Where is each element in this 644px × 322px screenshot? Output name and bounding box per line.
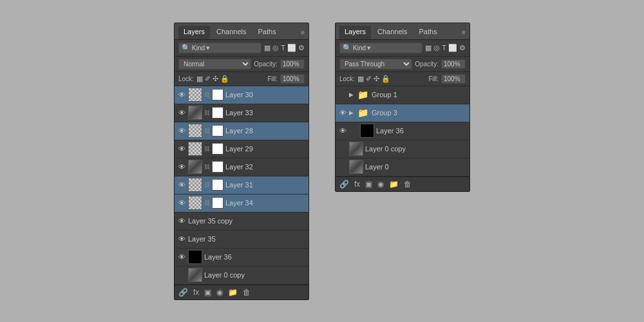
smart-icon-r[interactable]: ⚙	[459, 44, 466, 52]
left-filter-toolbar: 🔍 Kind ▾ ▦ ◎ T ⬜ ⚙	[175, 40, 308, 57]
tab-layers-left[interactable]: Layers	[178, 26, 210, 39]
adjustment-icon[interactable]: ◎	[272, 44, 279, 52]
lock-lock[interactable]: 🔒	[220, 75, 229, 83]
footer-fx-icon-r[interactable]: fx	[354, 180, 360, 189]
footer-new-group-icon[interactable]: ▣	[204, 288, 211, 297]
eye-icon[interactable]: 👁	[177, 145, 186, 153]
left-panel-tabs: Layers Channels Paths ≡	[175, 23, 308, 40]
lock-icons-left: ▦ ✐ ✣ 🔒	[196, 75, 229, 83]
footer-adjustment-icon-r[interactable]: ◉	[377, 180, 384, 189]
lock-lock-r[interactable]: 🔒	[381, 75, 390, 83]
shape-icon-r[interactable]: ⬜	[448, 44, 457, 52]
layer-item[interactable]: 👁 ⛓ Layer 32	[175, 158, 308, 176]
layer-item[interactable]: Layer 0 copy	[175, 267, 308, 285]
layer-item[interactable]: 👁 Layer 35 copy	[175, 213, 308, 231]
search-icon-left: 🔍	[182, 44, 191, 52]
lock-pixel[interactable]: ▦	[196, 75, 203, 83]
layer-link: ⛓	[204, 128, 210, 134]
layer-thumb	[188, 160, 202, 174]
adjustment-icon-r[interactable]: ◎	[433, 44, 440, 52]
blend-mode-left[interactable]: Normal	[178, 59, 251, 70]
pixel-icon-r[interactable]: ▦	[425, 44, 431, 52]
fill-value-right[interactable]: 100%	[441, 74, 466, 84]
tab-channels-left[interactable]: Channels	[211, 26, 251, 39]
shape-icon[interactable]: ⬜	[287, 44, 296, 52]
eye-icon-g3[interactable]: 👁	[338, 109, 347, 117]
group-item-1[interactable]: ▶ 📁 Group 1	[336, 86, 469, 104]
group-item-3[interactable]: 👁 ▶ 📁 Group 3	[336, 104, 469, 122]
layer-item[interactable]: 👁 ⛓ Layer 30	[175, 86, 308, 104]
layer-item[interactable]: 👁 Layer 36	[175, 249, 308, 267]
expand-arrow-g1[interactable]: ▶	[349, 91, 355, 98]
eye-icon[interactable]: 👁	[177, 199, 186, 207]
eye-icon[interactable]: 👁	[177, 109, 186, 117]
folder-icon-g3: 📁	[357, 108, 368, 118]
lock-move[interactable]: ✐	[205, 75, 211, 83]
footer-adjustment-icon[interactable]: ◉	[216, 288, 223, 297]
tab-paths-right[interactable]: Paths	[414, 26, 442, 39]
fill-label-left: Fill:	[267, 75, 278, 82]
expand-arrow-g3[interactable]: ▶	[349, 109, 355, 116]
layer-name: Layer 29	[225, 145, 306, 153]
opacity-label-left: Opacity:	[254, 61, 278, 68]
tab-layers-right[interactable]: Layers	[339, 26, 371, 39]
layer-thumb	[188, 196, 202, 210]
opacity-value-left[interactable]: 100%	[280, 59, 305, 69]
layer-link: ⛓	[204, 109, 210, 116]
layer-item-0c-right[interactable]: Layer 0 copy	[336, 140, 469, 158]
layer-item[interactable]: 👁 ⛓ Layer 34	[175, 194, 308, 213]
lock-pixel-r[interactable]: ▦	[357, 75, 364, 83]
lock-all-r[interactable]: ✣	[374, 75, 379, 83]
type-icon[interactable]: T	[281, 44, 285, 52]
layer-item[interactable]: 👁 ⛓ Layer 31	[175, 176, 308, 194]
right-filter-toolbar: 🔍 Kind ▾ ▦ ◎ T ⬜ ⚙	[336, 40, 469, 57]
tab-channels-right[interactable]: Channels	[372, 26, 412, 39]
pixel-icon[interactable]: ▦	[264, 44, 270, 52]
panel-menu-left[interactable]: ≡	[301, 29, 305, 36]
layer-item[interactable]: 👁 ⛓ Layer 33	[175, 104, 308, 122]
blend-mode-right[interactable]: Pass Through	[339, 59, 412, 70]
footer-link-icon[interactable]: 🔗	[178, 288, 188, 297]
lock-label-left: Lock:	[178, 75, 194, 82]
eye-icon-36r[interactable]: 👁	[338, 127, 347, 135]
layer-item-36-right[interactable]: 👁 Layer 36	[336, 122, 469, 140]
layer-mask	[212, 179, 223, 191]
right-panel: Layers Channels Paths ≡ 🔍 Kind ▾ ▦ ◎ T ⬜…	[335, 23, 470, 192]
type-icon-r[interactable]: T	[442, 44, 446, 52]
eye-icon[interactable]: 👁	[177, 181, 186, 189]
footer-trash-icon[interactable]: 🗑	[243, 288, 251, 297]
layer-item[interactable]: 👁 ⛓ Layer 29	[175, 140, 308, 158]
eye-icon[interactable]: 👁	[177, 127, 186, 135]
footer-folder-icon-r[interactable]: 📁	[389, 180, 399, 189]
fill-value-left[interactable]: 100%	[280, 74, 305, 84]
footer-fx-icon[interactable]: fx	[193, 288, 199, 297]
eye-icon[interactable]: 👁	[177, 91, 186, 99]
layer-name: Layer 30	[225, 91, 306, 99]
layer-name: Layer 0 copy	[204, 271, 306, 279]
eye-icon[interactable]: 👁	[177, 253, 186, 261]
layer-item-0-right[interactable]: Layer 0	[336, 158, 469, 176]
layer-item[interactable]: 👁 Layer 35	[175, 231, 308, 249]
footer-new-group-icon-r[interactable]: ▣	[365, 180, 372, 189]
eye-icon[interactable]: 👁	[177, 217, 186, 225]
opacity-value-right[interactable]: 100%	[441, 59, 466, 69]
eye-icon[interactable]: 👁	[177, 235, 186, 243]
search-box-right[interactable]: 🔍 Kind ▾	[339, 43, 422, 53]
footer-folder-icon[interactable]: 📁	[228, 288, 238, 297]
smart-icon[interactable]: ⚙	[298, 44, 305, 52]
left-panel: Layers Channels Paths ≡ 🔍 Kind ▾ ▦ ◎ T ⬜…	[174, 23, 309, 300]
lock-all[interactable]: ✣	[213, 75, 218, 83]
layer-name: Layer 32	[225, 163, 306, 171]
footer-trash-icon-r[interactable]: 🗑	[404, 180, 412, 189]
lock-label-right: Lock:	[339, 75, 355, 82]
lock-move-r[interactable]: ✐	[366, 75, 372, 83]
eye-icon[interactable]: 👁	[177, 163, 186, 171]
layer-mask	[212, 107, 223, 118]
search-box-left[interactable]: 🔍 Kind ▾	[178, 43, 261, 53]
footer-link-icon-r[interactable]: 🔗	[339, 180, 349, 189]
panel-menu-right[interactable]: ≡	[462, 29, 466, 36]
layer-item[interactable]: 👁 ⛓ Layer 28	[175, 122, 308, 140]
layer-link: ⛓	[204, 182, 210, 188]
tab-paths-left[interactable]: Paths	[253, 26, 281, 39]
layer-thumb-0r	[349, 160, 363, 174]
